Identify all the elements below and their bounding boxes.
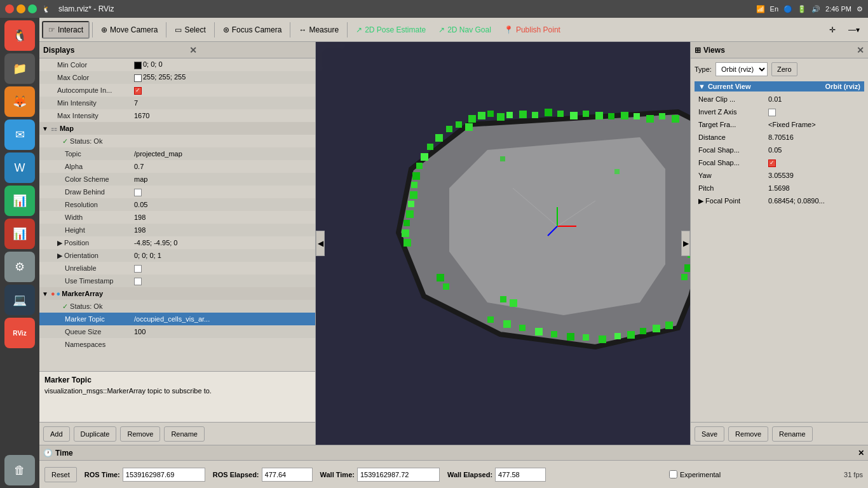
min-color-swatch <box>134 62 142 69</box>
rename-button[interactable]: Rename <box>164 426 205 442</box>
dock-libreoffice-writer[interactable]: W <box>4 152 35 183</box>
max-intensity-value[interactable]: 1670 <box>132 112 315 119</box>
use-timestamp-checkbox[interactable] <box>134 278 142 285</box>
dock-rviz[interactable]: RViz <box>4 318 35 348</box>
select-button[interactable]: ▭ Select <box>169 21 211 39</box>
marker-topic-value[interactable]: /occupied_cells_vis_ar... <box>132 315 315 323</box>
extra-btn[interactable]: —▾ <box>843 21 865 39</box>
use-timestamp-value[interactable] <box>132 276 315 285</box>
collapse-left-arrow[interactable]: ◀ <box>316 231 325 256</box>
wall-elapsed-input[interactable] <box>495 468 546 482</box>
duplicate-button[interactable]: Duplicate <box>74 426 117 442</box>
dock-email[interactable]: ✉ <box>4 119 35 150</box>
maximize-button[interactable] <box>28 4 37 13</box>
topic-value[interactable]: /projected_map <box>132 150 315 158</box>
svg-rect-60 <box>446 126 452 132</box>
time-close[interactable]: ✕ <box>858 449 864 458</box>
svg-rect-51 <box>406 210 414 218</box>
dock-terminal[interactable]: 💻 <box>4 285 35 315</box>
dock-libreoffice-impress[interactable]: 📊 <box>4 219 35 249</box>
2d-nav-button[interactable]: ↗ 2D Nav Goal <box>433 21 497 39</box>
target-frame-value[interactable]: <Fixed Frame> <box>768 121 860 128</box>
views-remove-button[interactable]: Remove <box>728 426 768 442</box>
distance-label: Distance <box>698 133 768 141</box>
dock-settings2[interactable]: ⚙ <box>4 252 35 282</box>
close-button[interactable] <box>5 4 14 13</box>
experimental-checkbox[interactable] <box>669 470 677 478</box>
map-section-header[interactable]: ▼ ⚏ Map <box>39 122 315 135</box>
reset-button[interactable]: Reset <box>44 467 77 482</box>
near-clip-value[interactable]: 0.01 <box>768 95 860 103</box>
resolution-value[interactable]: 0.05 <box>132 201 315 208</box>
min-intensity-value[interactable]: 7 <box>132 99 315 107</box>
min-color-value[interactable]: 0; 0; 0 <box>132 60 315 69</box>
height-value[interactable]: 198 <box>132 226 315 234</box>
marker-array-section-header[interactable]: ▼ ● ● MarkerArray <box>39 287 315 300</box>
dock-trash[interactable]: 🗑 <box>4 455 35 485</box>
dock-browser[interactable]: 🦊 <box>4 86 35 117</box>
alpha-value[interactable]: 0.7 <box>132 163 315 170</box>
title-bar: 🐧 slam.rviz* - RViz 📶 En 🔵 🔋 🔊 2:46 PM ⚙ <box>0 0 868 18</box>
marker-topic-row[interactable]: Marker Topic /occupied_cells_vis_ar... <box>39 313 315 325</box>
svg-rect-9 <box>545 109 552 116</box>
settings-icon[interactable]: ⚙ <box>857 5 863 13</box>
select-icon: ▭ <box>175 25 182 34</box>
remove-button[interactable]: Remove <box>120 426 160 442</box>
dock-libreoffice-calc[interactable]: 📊 <box>4 186 35 216</box>
focal-shape2-value[interactable] <box>768 158 860 166</box>
views-close[interactable]: ✕ <box>857 45 864 55</box>
queue-size-value[interactable]: 100 <box>132 328 315 336</box>
unreliable-value[interactable] <box>132 264 315 272</box>
dock-ubuntu[interactable]: 🐧 <box>4 20 35 51</box>
move-icon-btn[interactable]: ✛ <box>824 21 841 39</box>
svg-rect-55 <box>412 172 420 180</box>
wall-elapsed-label: Wall Elapsed: <box>447 471 492 478</box>
draw-behind-checkbox[interactable] <box>134 189 142 196</box>
3d-view[interactable]: ◀ ▶ <box>316 42 690 445</box>
toolbar-sep-4 <box>290 22 290 37</box>
autocompute-value[interactable] <box>132 86 315 94</box>
ros-elapsed-input[interactable] <box>262 468 313 482</box>
add-button[interactable]: Add <box>43 426 70 442</box>
displays-scroll[interactable]: Min Color 0; 0; 0 Max Color 255; 255; 25… <box>39 58 315 371</box>
move-camera-button[interactable]: ⊕ Move Camera <box>95 21 163 39</box>
invert-z-value[interactable] <box>768 107 860 116</box>
orientation-value[interactable]: 0; 0; 0; 1 <box>132 252 315 259</box>
draw-behind-value[interactable] <box>132 187 315 196</box>
views-type-select[interactable]: Orbit (rviz) <box>715 62 768 76</box>
views-rename-button[interactable]: Rename <box>772 426 813 442</box>
pitch-value[interactable]: 1.5698 <box>768 184 860 192</box>
wall-time-input[interactable] <box>357 468 440 482</box>
max-color-value[interactable]: 255; 255; 255 <box>132 73 315 81</box>
focal-point-value[interactable]: 0.68454; 0.0890... <box>768 197 860 205</box>
width-value[interactable]: 198 <box>132 214 315 221</box>
focal-shape1-value[interactable]: 0.05 <box>768 146 860 154</box>
dock-files[interactable]: 📁 <box>4 53 35 84</box>
focal-shape2-checkbox[interactable] <box>768 159 776 167</box>
displays-close[interactable]: ✕ <box>189 45 197 55</box>
interact-button[interactable]: ☞ Interact <box>42 21 90 39</box>
volume-icon: 🔊 <box>811 5 820 13</box>
unreliable-checkbox[interactable] <box>134 265 142 273</box>
yaw-value[interactable]: 3.05539 <box>768 172 860 179</box>
distance-value[interactable]: 8.70516 <box>768 133 860 141</box>
system-icons: 📶 En 🔵 🔋 🔊 2:46 PM ⚙ <box>756 5 863 13</box>
focus-camera-button[interactable]: ⊛ Focus Camera <box>217 21 288 39</box>
invert-z-checkbox[interactable] <box>768 109 776 116</box>
2d-pose-button[interactable]: ↗ 2D Pose Estimate <box>350 21 431 39</box>
minimize-button[interactable] <box>17 4 25 13</box>
measure-button[interactable]: ↔ Measure <box>293 21 344 39</box>
color-scheme-value[interactable]: map <box>132 175 315 183</box>
position-value[interactable]: -4.85; -4.95; 0 <box>132 239 315 247</box>
views-save-button[interactable]: Save <box>695 426 724 442</box>
ros-time-input[interactable] <box>123 468 205 482</box>
svg-rect-62 <box>510 299 517 307</box>
publish-point-button[interactable]: 📍 Publish Point <box>498 21 566 39</box>
collapse-right-arrow[interactable]: ▶ <box>681 231 690 256</box>
wall-elapsed-field: Wall Elapsed: <box>447 468 546 482</box>
focal-shape2-label: Focal Shap... <box>698 159 768 166</box>
svg-rect-45 <box>519 325 526 331</box>
color-scheme-label: Color Scheme <box>39 175 132 183</box>
autocompute-checkbox[interactable] <box>134 87 142 95</box>
zero-button[interactable]: Zero <box>771 62 797 76</box>
